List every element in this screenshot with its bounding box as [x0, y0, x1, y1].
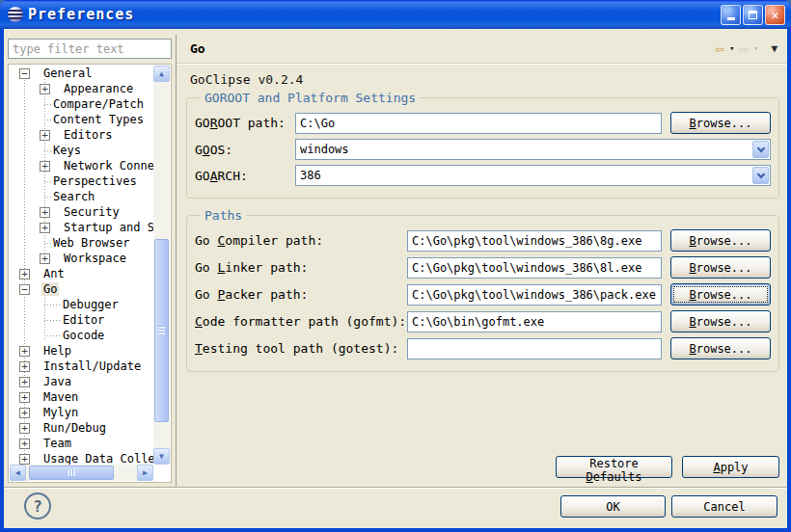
expand-icon[interactable]: + — [19, 361, 30, 372]
page-header: Go ⇦ ▾ ⇨ ▾ ▼ — [177, 35, 787, 64]
scroll-right-button[interactable]: ▶ — [137, 465, 153, 481]
help-button[interactable]: ? — [24, 492, 51, 519]
expand-icon[interactable]: + — [40, 84, 50, 94]
expand-icon[interactable]: + — [19, 346, 30, 357]
expand-icon[interactable]: + — [19, 408, 30, 418]
form-row: Go Linker path: Browse... — [195, 256, 771, 279]
expand-icon[interactable]: + — [19, 269, 30, 279]
restore-defaults-button[interactable]: Restore Defaults — [556, 456, 672, 478]
tree-rows: −General+AppearanceCompare/PatchContent … — [10, 66, 153, 465]
browse-gofmt-button[interactable]: Browse... — [670, 310, 771, 332]
preference-page-panel: Go ⇦ ▾ ⇨ ▾ ▼ GoClipse v0.2.4 GOROOT and … — [176, 35, 787, 487]
expand-icon[interactable]: + — [19, 392, 30, 403]
tree-item-label: Network Connect — [62, 159, 153, 173]
tree-item-mylyn[interactable]: +Mylyn — [10, 405, 153, 420]
horizontal-scrollbar[interactable]: ◀ ▶ — [10, 465, 153, 481]
expand-icon[interactable]: + — [40, 130, 50, 141]
tree-item-ant[interactable]: +Ant — [10, 266, 153, 281]
minimize-icon — [727, 17, 735, 20]
gofmt-path-label: Code formatter path (gofmt): — [195, 314, 407, 329]
scroll-left-button[interactable]: ◀ — [10, 465, 26, 481]
page-nav: ⇦ ▾ ⇨ ▾ ▼ — [715, 41, 777, 57]
vertical-scroll-thumb[interactable] — [154, 239, 169, 422]
goarch-combo[interactable]: 386 — [295, 165, 771, 186]
browse-compiler-button[interactable]: Browse... — [670, 229, 771, 252]
tree-item-team[interactable]: +Team — [10, 436, 153, 451]
tree-item-go[interactable]: −Go — [10, 281, 153, 297]
tree-item-keys[interactable]: Keys — [10, 143, 153, 158]
expand-icon[interactable]: + — [19, 439, 30, 449]
maximize-button[interactable] — [743, 5, 763, 25]
tree-item-gocode[interactable]: Gocode — [10, 328, 153, 343]
go-linker-path-input[interactable] — [407, 257, 662, 279]
tree-item-network-connect[interactable]: +Network Connect — [10, 158, 153, 173]
scroll-down-button[interactable]: ▼ — [153, 448, 170, 465]
tree-item-java[interactable]: +Java — [10, 374, 153, 389]
vertical-scrollbar[interactable]: ▲ ▼ — [153, 66, 170, 465]
scroll-up-button[interactable]: ▲ — [153, 66, 170, 82]
scroll-left-icon: ◀ — [15, 469, 20, 477]
back-menu-icon[interactable]: ▾ — [729, 44, 734, 53]
goos-combo[interactable]: windows — [295, 139, 771, 160]
goroot-path-label: GOROOT path: — [195, 116, 295, 130]
tree-item-general[interactable]: −General — [10, 66, 153, 81]
chevron-down-icon[interactable] — [752, 141, 769, 158]
preferences-window: Preferences ✕ −General+AppearanceCompare… — [0, 0, 791, 532]
back-icon[interactable]: ⇦ — [715, 41, 724, 57]
browse-linker-button[interactable]: Browse... — [670, 256, 771, 279]
tree-item-startup-and-shu[interactable]: +Startup and Shu — [10, 220, 153, 235]
window-controls: ✕ — [721, 5, 785, 25]
browse-goroot-button[interactable]: Browse... — [670, 112, 771, 134]
view-menu-icon[interactable]: ▼ — [771, 43, 777, 54]
form-row: Testing tool path (gotest): Browse... — [195, 337, 771, 359]
gotest-path-input[interactable] — [407, 338, 662, 359]
group-goroot-platform: GOROOT and Platform Settings GOROOT path… — [186, 91, 779, 199]
apply-button[interactable]: Apply — [682, 456, 779, 478]
group-title: GOROOT and Platform Settings — [201, 91, 420, 105]
tree-item-label: Debugger — [61, 298, 121, 311]
go-packer-path-input[interactable] — [407, 284, 662, 306]
tree-item-label: Editor — [61, 313, 106, 327]
ok-button[interactable]: OK — [560, 495, 666, 518]
eclipse-icon — [8, 7, 23, 22]
expand-icon[interactable]: + — [19, 377, 30, 387]
tree-item-web-browser[interactable]: Web Browser — [10, 235, 153, 251]
collapse-icon[interactable]: − — [19, 284, 30, 295]
expand-icon[interactable]: + — [40, 161, 50, 172]
chevron-down-icon[interactable] — [752, 167, 769, 184]
expand-icon[interactable]: + — [19, 423, 30, 434]
browse-packer-button[interactable]: Browse... — [670, 283, 771, 306]
browse-gotest-button[interactable]: Browse... — [670, 337, 771, 359]
tree-item-run-debug[interactable]: +Run/Debug — [10, 420, 153, 436]
minimize-button[interactable] — [721, 5, 741, 25]
expand-icon[interactable]: + — [40, 253, 50, 264]
tree-item-security[interactable]: +Security — [10, 204, 153, 220]
tree-item-compare-patch[interactable]: Compare/Patch — [10, 96, 153, 112]
tree-item-help[interactable]: +Help — [10, 343, 153, 359]
tree-item-perspectives[interactable]: Perspectives — [10, 173, 153, 189]
close-button[interactable]: ✕ — [765, 5, 785, 25]
tree-item-content-types[interactable]: Content Types — [10, 112, 153, 127]
form-row: GOOS: windows — [195, 139, 771, 160]
go-compiler-path-input[interactable] — [407, 230, 662, 252]
tree-item-label: Ant — [41, 267, 67, 280]
tree-item-appearance[interactable]: +Appearance — [10, 81, 153, 96]
tree-item-maven[interactable]: +Maven — [10, 389, 153, 405]
tree-item-usage-data-collect[interactable]: +Usage Data Collect — [10, 451, 153, 465]
expand-icon[interactable]: + — [19, 454, 30, 465]
gofmt-path-input[interactable] — [407, 311, 662, 332]
tree-item-search[interactable]: Search — [10, 189, 153, 204]
tree-item-workspace[interactable]: +Workspace — [10, 251, 153, 266]
filter-input[interactable] — [8, 39, 172, 59]
tree-item-debugger[interactable]: Debugger — [10, 297, 153, 312]
collapse-icon[interactable]: − — [19, 68, 30, 79]
horizontal-scroll-thumb[interactable] — [29, 466, 114, 480]
tree-item-editors[interactable]: +Editors — [10, 127, 153, 143]
expand-icon[interactable]: + — [40, 223, 50, 233]
goroot-path-input[interactable] — [295, 113, 662, 134]
tree-item-install-update[interactable]: +Install/Update — [10, 359, 153, 374]
expand-icon[interactable]: + — [40, 207, 50, 218]
tree-item-label: Appearance — [62, 82, 135, 95]
cancel-button[interactable]: Cancel — [671, 495, 777, 518]
tree-item-editor[interactable]: Editor — [10, 312, 153, 328]
